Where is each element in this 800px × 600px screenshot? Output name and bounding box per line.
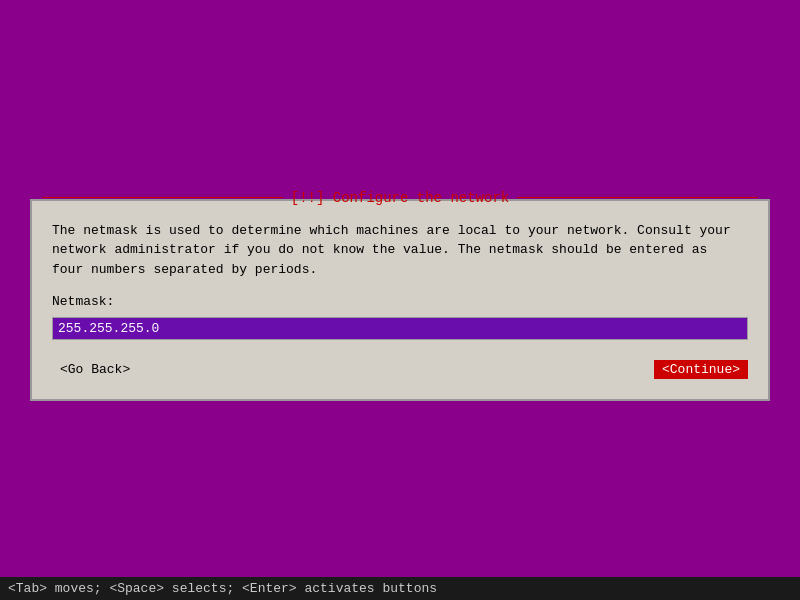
description-text: The netmask is used to determine which m… bbox=[52, 221, 748, 280]
button-row: <Go Back> <Continue> bbox=[52, 355, 748, 384]
go-back-button[interactable]: <Go Back> bbox=[52, 360, 138, 379]
configure-network-dialog: [!!] Configure the network The netmask i… bbox=[30, 199, 770, 402]
title-line-left bbox=[42, 197, 283, 198]
netmask-input[interactable] bbox=[52, 317, 748, 340]
status-bar-text: <Tab> moves; <Space> selects; <Enter> ac… bbox=[8, 581, 437, 596]
status-bar: <Tab> moves; <Space> selects; <Enter> ac… bbox=[0, 577, 800, 600]
title-line-right bbox=[517, 197, 758, 198]
netmask-label: Netmask: bbox=[52, 294, 748, 309]
dialog-body: The netmask is used to determine which m… bbox=[32, 201, 768, 400]
continue-button[interactable]: <Continue> bbox=[654, 360, 748, 379]
